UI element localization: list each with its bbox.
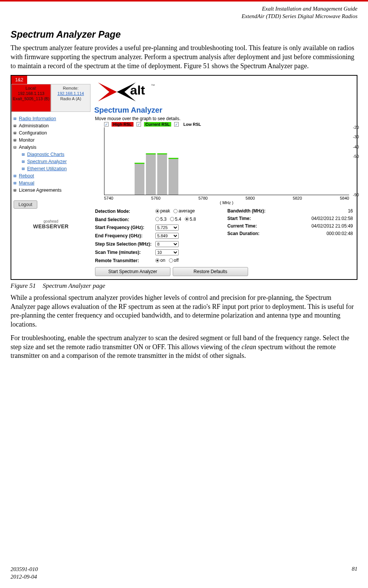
x-axis-unit: ( MHz )	[104, 200, 349, 205]
ytick: -20	[353, 125, 359, 130]
scan-time-label: Scan Time (minutes):	[95, 250, 155, 255]
remote-name: Radio A (A)	[52, 96, 89, 102]
legend-low-rsl: Low RSL	[182, 122, 202, 127]
figure-screenshot: 1&2 Local: 192.168.1.113 Exalt_5005_113 …	[11, 75, 357, 280]
webserver-badge: goahead WEBSERVER	[14, 219, 88, 229]
remote-host-card[interactable]: Remote: 192.168.1.114 Radio A (A)	[51, 84, 90, 112]
webserver-big: WEBSERVER	[33, 223, 69, 229]
nav-configuration[interactable]: ⊞Configuration	[14, 129, 88, 136]
xtick: 5740	[104, 196, 113, 200]
checkbox-high-rsl[interactable]: ✓	[104, 122, 109, 127]
step-size-select[interactable]: 8	[155, 241, 179, 247]
remote-label: Remote:	[52, 86, 89, 91]
radio-peak[interactable]: peak	[155, 208, 170, 214]
step-size-label: Step Size Selection (MHz):	[95, 241, 155, 247]
current-time-value: 04/02/2012 21:05:49	[288, 223, 353, 229]
scan-time-select[interactable]: 10	[155, 249, 179, 255]
radio-remote-off[interactable]: off	[169, 258, 179, 263]
radio-average[interactable]: average	[173, 208, 195, 214]
legend-high-rsl: High RSL	[112, 122, 133, 127]
local-label: Local:	[12, 86, 50, 91]
remote-ip[interactable]: 192.168.1.114	[52, 91, 89, 96]
start-spectrum-button[interactable]: Start Spectrum Analyzer	[95, 267, 170, 276]
intro-paragraph: The spectrum analyzer feature provides a…	[11, 44, 357, 70]
legend-current-rsl: Current RSL	[144, 122, 172, 127]
nav-spectrum-analyzer[interactable]: ⊠Spectrum Analyzer	[22, 158, 88, 165]
nav-ethernet-utilization[interactable]: ⊠Ethernet Utilization	[22, 165, 88, 172]
chart-bar	[169, 159, 178, 195]
page-title: Spectrum Analyzer	[94, 106, 353, 115]
xtick: 5760	[151, 196, 160, 200]
end-freq-label: End Frequency (GHz):	[95, 233, 155, 238]
guide-title: Exalt Installation and Management Guide	[0, 5, 357, 13]
nav-radio-information[interactable]: ⊠Radio Information	[14, 115, 88, 122]
start-freq-label: Start Frequency (GHz):	[95, 225, 155, 230]
nav-tree: ⊠Radio Information ⊞Administration ⊞Conf…	[11, 112, 90, 197]
page-number: 81	[352, 566, 357, 580]
radio-band-58[interactable]: 5.8	[185, 217, 196, 222]
checkbox-low-rsl[interactable]: ✓	[174, 122, 179, 127]
page-footer: 203591-010 2012-09-04 81	[0, 566, 368, 580]
section-heading: Spectrum Analyzer Page	[11, 29, 357, 40]
graph-hint: Move mouse over the graph to see details…	[95, 116, 353, 121]
end-freq-select[interactable]: 5.849	[155, 233, 179, 239]
exalt-logo: alt ™	[94, 79, 177, 105]
chart-legend: ✓High RSL ✓Current RSL ✓Low RSL	[104, 122, 353, 127]
figure-caption-text: Spectrum Analyzer page	[43, 282, 105, 289]
radio-remote-on[interactable]: on	[155, 258, 165, 263]
checkbox-current-rsl[interactable]: ✓	[136, 122, 141, 127]
sidebar: 1&2 Local: 192.168.1.113 Exalt_5005_113 …	[11, 76, 90, 236]
chart-bar	[157, 154, 167, 195]
ytick: -30	[353, 134, 359, 139]
radio-band-54[interactable]: 5.4	[170, 217, 181, 222]
running-header: Exalt Installation and Management Guide …	[0, 4, 368, 25]
ytick: -40	[353, 145, 359, 149]
band-selection-label: Band Selection:	[95, 217, 155, 222]
scan-duration-label: Scan Duration:	[227, 231, 288, 236]
header-red-rule	[0, 0, 368, 2]
scan-duration-value: 000:00:02:48	[288, 231, 353, 236]
webserver-small: goahead	[14, 219, 88, 223]
restore-defaults-button[interactable]: Restore Defaults	[173, 267, 248, 276]
main-panel: alt ™ Spectrum Analyzer Move mouse over …	[90, 76, 357, 279]
nav-administration[interactable]: ⊞Administration	[14, 122, 88, 129]
svg-text:™: ™	[151, 83, 155, 88]
detection-mode-label: Detection Mode:	[95, 209, 155, 214]
xtick: 5840	[340, 196, 349, 200]
remote-tx-label: Remote Transmitter:	[95, 258, 155, 263]
local-ip: 192.168.1.113	[12, 91, 50, 96]
nav-reboot[interactable]: ⊠Reboot	[14, 172, 88, 179]
series-title: ExtendAir (TDD) Series Digital Microwave…	[0, 13, 357, 20]
local-name: Exalt_5005_113 (B)	[12, 96, 50, 102]
ytick: -50	[353, 154, 359, 159]
nav-license-agreements[interactable]: ⊞License Agreements	[14, 186, 88, 194]
xtick: 5820	[293, 196, 302, 200]
paragraph-3: For troubleshooting, enable the spectrum…	[11, 334, 357, 360]
start-time-label: Start Time:	[227, 216, 288, 221]
x-ticks: 5740 5760 5780 5800 5820 5840	[104, 196, 349, 200]
start-freq-select[interactable]: 5.725	[155, 225, 179, 231]
device-tab[interactable]: 1&2	[11, 76, 27, 84]
bandwidth-label: Bandwidth (MHz):	[227, 208, 288, 214]
nav-diagnostic-charts[interactable]: ⊠Diagnostic Charts	[22, 151, 88, 158]
figure-number: Figure 51	[11, 282, 36, 289]
logout-button[interactable]: Logout	[14, 200, 37, 209]
radio-band-53[interactable]: 5.3	[155, 217, 167, 222]
chart-bar	[146, 154, 156, 195]
nav-manual[interactable]: ⊠Manual	[14, 179, 88, 186]
local-host-card[interactable]: Local: 192.168.1.113 Exalt_5005_113 (B)	[11, 84, 51, 112]
xtick: 5800	[245, 196, 255, 200]
doc-number: 203591-010	[11, 566, 38, 573]
doc-date: 2012-09-04	[11, 573, 38, 581]
spectrum-chart[interactable]: -20 -30 -40 -50 -90	[104, 127, 349, 195]
svg-marker-0	[98, 82, 117, 101]
nav-analysis[interactable]: ⊟Analysis	[14, 144, 88, 151]
nav-monitor[interactable]: ⊞Monitor	[14, 136, 88, 144]
start-time-value: 04/02/2012 21:02:58	[288, 216, 353, 221]
paragraph-2: While a professional spectrum analyzer p…	[11, 293, 357, 329]
figure-caption: Figure 51 Spectrum Analyzer page	[11, 282, 357, 290]
chart-bar	[135, 164, 144, 195]
xtick: 5780	[198, 196, 207, 200]
current-time-label: Current Time:	[227, 223, 288, 229]
ytick: -90	[353, 192, 359, 197]
